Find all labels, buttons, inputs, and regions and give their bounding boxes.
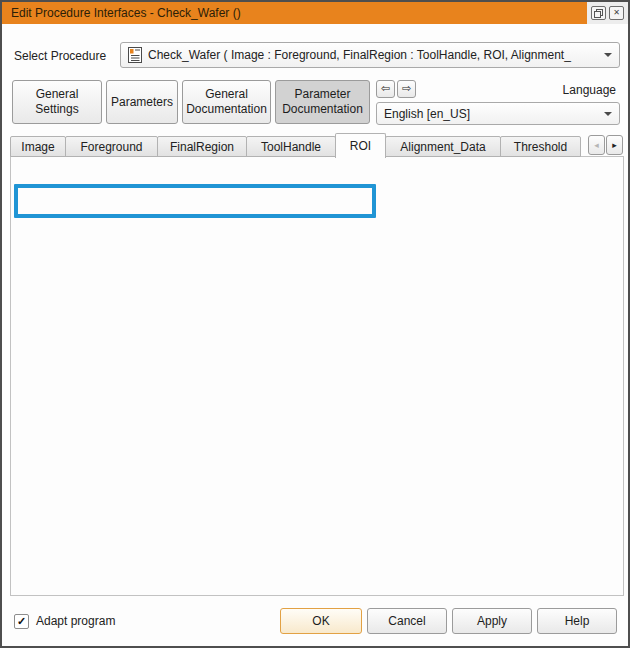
language-forward-button[interactable]: ⇨ [397, 80, 416, 98]
window-title: Edit Procedure Interfaces - Check_Wafer … [11, 6, 241, 20]
tab-label: Foreground [80, 140, 142, 154]
select-procedure-dropdown[interactable]: Check_Wafer ( Image : Foreground, FinalR… [120, 42, 620, 68]
adapt-program-label: Adapt program [36, 614, 115, 628]
restore-button[interactable] [591, 6, 606, 20]
general-settings-button[interactable]: General Settings [12, 80, 102, 124]
chevron-down-icon [604, 53, 612, 57]
tab-label: FinalRegion [170, 140, 234, 154]
language-value: English [en_US] [384, 107, 598, 121]
titlebar-background: Edit Procedure Interfaces - Check_Wafer … [2, 2, 587, 24]
tab-scroll-left-button[interactable]: ◂ [588, 135, 605, 155]
ok-label: OK [312, 614, 329, 629]
select-procedure-value: Check_Wafer ( Image : Foreground, FinalR… [148, 48, 598, 62]
general-documentation-button[interactable]: General Documentation [182, 80, 271, 124]
language-back-button[interactable]: ⇦ [376, 80, 395, 98]
apply-label: Apply [477, 614, 507, 629]
help-label: Help [565, 614, 590, 629]
tab-alignment-data[interactable]: Alignment_Data [385, 136, 501, 157]
tab-label: ROI [350, 139, 371, 153]
language-dropdown[interactable]: English [en_US] [376, 102, 620, 125]
help-button[interactable]: Help [537, 608, 617, 634]
edit-procedure-interfaces-dialog: Edit Procedure Interfaces - Check_Wafer … [0, 0, 630, 648]
forward-arrow-icon: ⇨ [402, 82, 411, 96]
tab-roi[interactable]: ROI [335, 133, 386, 158]
general-settings-label: General Settings [26, 87, 88, 117]
tab-image[interactable]: Image [10, 136, 66, 157]
tab-threshold[interactable]: Threshold [500, 136, 581, 157]
titlebar-controls: ✕ [587, 2, 628, 24]
chevron-down-icon [604, 112, 612, 116]
general-documentation-label: General Documentation [183, 87, 270, 117]
language-label: Language [563, 82, 616, 98]
parameters-button[interactable]: Parameters [106, 80, 178, 124]
tab-scroll-right-button[interactable]: ▸ [606, 135, 623, 155]
cancel-label: Cancel [388, 614, 425, 629]
parameter-documentation-label: Parameter Documentation [278, 87, 368, 117]
tab-label: Alignment_Data [400, 140, 485, 154]
checkmark-icon: ✓ [17, 616, 26, 627]
parameters-label: Parameters [111, 95, 173, 110]
select-procedure-label: Select Procedure [14, 48, 106, 64]
apply-button[interactable]: Apply [452, 608, 532, 634]
checkbox-box: ✓ [14, 614, 29, 629]
close-button[interactable]: ✕ [609, 6, 624, 20]
tab-foreground[interactable]: Foreground [65, 136, 158, 157]
parameter-documentation-button[interactable]: Parameter Documentation [275, 80, 370, 124]
ok-button[interactable]: OK [280, 608, 362, 634]
adapt-program-checkbox[interactable]: ✓ Adapt program [14, 613, 115, 629]
parameter-tabbar: Image Foreground FinalRegion ToolHandle … [10, 133, 581, 157]
close-icon: ✕ [613, 9, 620, 17]
tab-toolhandle[interactable]: ToolHandle [246, 136, 336, 157]
tab-label: ToolHandle [261, 140, 321, 154]
restore-icon [594, 9, 603, 18]
tab-prev-icon: ◂ [594, 140, 599, 150]
procedure-icon [128, 47, 142, 63]
tab-label: Threshold [514, 140, 567, 154]
titlebar: Edit Procedure Interfaces - Check_Wafer … [2, 2, 628, 24]
tab-finalregion[interactable]: FinalRegion [157, 136, 247, 157]
roi-tab-panel [10, 156, 624, 596]
cancel-button[interactable]: Cancel [367, 608, 447, 634]
tab-label: Image [21, 140, 54, 154]
tab-next-icon: ▸ [612, 140, 617, 150]
back-arrow-icon: ⇦ [381, 82, 390, 96]
